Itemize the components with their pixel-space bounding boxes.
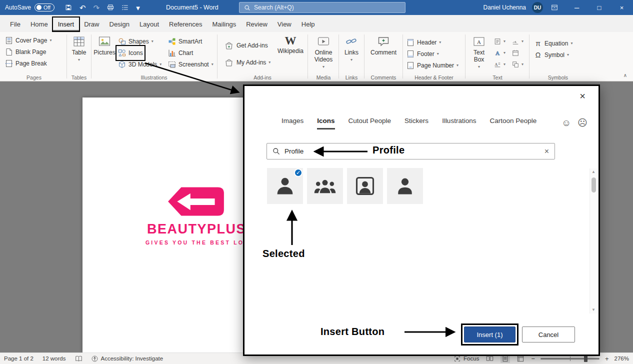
date-time-button[interactable] — [512, 48, 519, 58]
user-name[interactable]: Daniel Uchenna — [484, 4, 526, 11]
tab-draw[interactable]: Draw — [79, 18, 104, 31]
chevron-down-icon: ▾ — [437, 52, 439, 56]
dialog-tab-cutout-people[interactable]: Cutout People — [348, 117, 392, 128]
people-group-icon — [314, 175, 336, 197]
word-count[interactable]: 12 words — [42, 356, 66, 362]
links-button[interactable]: Links ▾ — [340, 35, 364, 62]
undo-button[interactable]: ↶ — [80, 4, 86, 12]
tab-review[interactable]: Review — [241, 18, 272, 31]
dialog-tab-stickers[interactable]: Stickers — [404, 117, 428, 128]
wordart-icon: A — [494, 50, 501, 56]
group-separator — [529, 34, 530, 78]
equation-button[interactable]: π Equation ▾ — [534, 38, 572, 49]
symbol-button[interactable]: Ω Symbol ▾ — [534, 50, 569, 60]
scroll-up-icon[interactable]: ▲ — [592, 168, 596, 176]
tab-file[interactable]: File — [5, 18, 26, 31]
icon-result-person-selected[interactable]: ✓ — [267, 168, 303, 204]
accessibility-status[interactable]: Accessibility: Investigate — [92, 356, 164, 362]
scrollbar-thumb[interactable] — [592, 178, 596, 192]
tab-help[interactable]: Help — [296, 18, 320, 31]
wikipedia-icon: W — [285, 35, 296, 46]
tab-mailings[interactable]: Mailings — [208, 18, 242, 31]
dialog-scrollbar[interactable]: ▲ ▼ — [590, 168, 597, 314]
blank-page-button[interactable]: Blank Page — [5, 46, 46, 58]
dialog-tab-cartoon-people[interactable]: Cartoon People — [490, 117, 536, 128]
text-box-label: Text Box — [468, 50, 490, 64]
chevron-down-icon: ▾ — [522, 62, 524, 66]
collapse-ribbon-icon[interactable]: ∧ — [624, 72, 627, 78]
object-button[interactable]: ▾ — [512, 59, 524, 70]
print-button[interactable] — [107, 4, 114, 11]
table-button[interactable]: Table ▾ — [68, 35, 90, 62]
autosave-toggle[interactable]: AutoSave Off — [5, 0, 54, 15]
signature-line-button[interactable]: ▾ — [512, 36, 524, 47]
drop-cap-button[interactable]: A ▾ — [494, 59, 506, 70]
maximize-button[interactable]: □ — [588, 0, 610, 15]
links-group: Links ▾ Links — [340, 32, 364, 82]
quick-parts-icon — [494, 38, 501, 45]
get-addins-button[interactable]: Get Add-ins — [224, 39, 268, 52]
zoom-in-button[interactable]: + — [605, 356, 609, 362]
tab-references[interactable]: References — [164, 18, 207, 31]
task-list-button[interactable] — [122, 4, 128, 11]
text-group: A Text Box ▾ ▾ A ▾ A ▾ ▾ ▾ Text — [466, 32, 529, 82]
zoom-out-button[interactable]: − — [531, 356, 535, 362]
chart-button[interactable]: Chart — [168, 48, 193, 58]
dialog-close-button[interactable]: × — [580, 91, 586, 101]
zoom-slider-thumb[interactable] — [584, 356, 588, 362]
tab-insert[interactable]: Insert — [53, 18, 80, 31]
blank-page-icon — [5, 48, 13, 56]
qat-customize-chevron-icon[interactable]: ▾ — [136, 4, 140, 12]
wikipedia-button[interactable]: W Wikipedia — [276, 35, 305, 55]
icons-button[interactable]: Icons — [118, 48, 143, 58]
clear-search-icon[interactable]: × — [544, 148, 549, 156]
autosave-pill[interactable]: Off — [34, 4, 54, 12]
proofing-button[interactable] — [75, 356, 82, 362]
icon-result-person-silhouette[interactable] — [387, 168, 423, 204]
feedback-smiley-icon[interactable]: ☺ — [562, 118, 571, 128]
header-button[interactable]: Header ▾ — [406, 37, 441, 48]
search-box[interactable]: Search (Alt+Q) — [239, 2, 406, 13]
icon-result-person-badge[interactable] — [347, 168, 383, 204]
close-button[interactable]: × — [610, 0, 633, 15]
avatar[interactable]: DU — [532, 2, 543, 13]
pictures-button[interactable]: Pictures — [93, 35, 116, 56]
symbols-group: π Equation ▾ Ω Symbol ▾ Symbols — [530, 32, 586, 82]
zoom-level[interactable]: 276% — [614, 356, 629, 362]
quick-parts-button[interactable]: ▾ — [494, 36, 506, 47]
scroll-down-icon[interactable]: ▼ — [592, 306, 596, 314]
dialog-tab-images[interactable]: Images — [282, 117, 304, 128]
insert-button[interactable]: Insert (1) — [464, 326, 516, 342]
cancel-button[interactable]: Cancel — [522, 326, 575, 342]
online-videos-button[interactable]: Online Videos ▾ — [310, 35, 338, 69]
focus-mode-button[interactable]: Focus — [454, 356, 479, 362]
tab-layout[interactable]: Layout — [134, 18, 164, 31]
comments-group: Comment Comments — [365, 32, 402, 82]
feedback-frowny-icon[interactable]: ☹ — [578, 118, 588, 128]
page-break-button[interactable]: Page Break — [5, 58, 47, 69]
dialog-tab-illustrations[interactable]: Illustrations — [442, 117, 476, 128]
quick-access-toolbar: ↶ ↷ ▾ — [65, 0, 140, 15]
dialog-tab-icons[interactable]: Icons — [317, 117, 334, 130]
header-footer-group: Header ▾ Footer ▾ Page Number ▾ Header &… — [404, 32, 464, 82]
page-number-button[interactable]: Page Number ▾ — [406, 60, 458, 71]
page-number-label: Page Number — [417, 62, 454, 69]
tab-view[interactable]: View — [272, 18, 296, 31]
page-indicator[interactable]: Page 1 of 2 — [4, 356, 34, 362]
footer-button[interactable]: Footer ▾ — [406, 48, 439, 60]
tab-home[interactable]: Home — [26, 18, 53, 31]
icon-result-people-group[interactable] — [307, 168, 343, 204]
zoom-slider[interactable] — [540, 358, 600, 360]
wordart-button[interactable]: A ▾ — [494, 48, 506, 58]
shapes-button[interactable]: Shapes ▾ — [118, 36, 154, 47]
ribbon-display-options-button[interactable] — [543, 0, 566, 15]
tab-design[interactable]: Design — [104, 18, 134, 31]
page-break-icon — [5, 60, 13, 68]
redo-button[interactable]: ↷ — [94, 4, 100, 12]
cover-page-button[interactable]: Cover Page ▾ — [5, 35, 52, 46]
smartart-button[interactable]: SmartArt — [168, 36, 202, 47]
save-button[interactable] — [65, 4, 72, 11]
minimize-button[interactable]: ─ — [566, 0, 588, 15]
text-box-button[interactable]: A Text Box ▾ — [468, 35, 490, 69]
comment-button[interactable]: Comment — [367, 35, 400, 56]
